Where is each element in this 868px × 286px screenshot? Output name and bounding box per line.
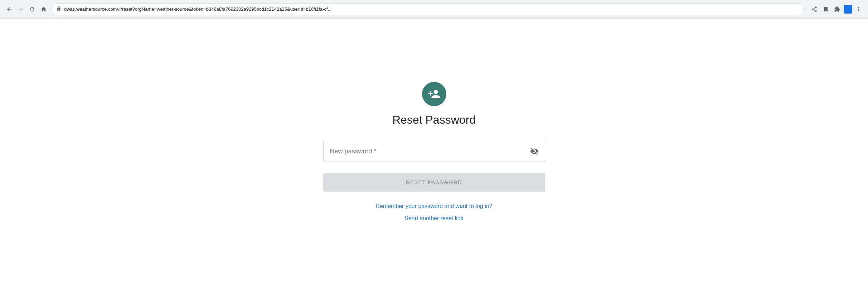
- page-content: Reset Password RESET PASSWORD Remember y…: [0, 19, 868, 286]
- extensions-button[interactable]: [832, 4, 842, 14]
- nav-buttons: [4, 4, 49, 14]
- reset-password-button[interactable]: RESET PASSWORD: [323, 173, 545, 192]
- toolbar-icons: [809, 4, 864, 14]
- link-group: Remember your password and want to log i…: [374, 202, 494, 223]
- password-input-wrapper: [323, 141, 545, 162]
- menu-button[interactable]: [854, 4, 864, 14]
- toggle-password-button[interactable]: [529, 146, 540, 157]
- forward-button[interactable]: [16, 4, 26, 14]
- lock-icon: [56, 6, 61, 12]
- person-add-icon: [428, 88, 441, 100]
- home-button[interactable]: [39, 4, 49, 14]
- url-input[interactable]: [64, 6, 799, 12]
- visibility-off-icon: [530, 147, 539, 156]
- page-title: Reset Password: [392, 113, 476, 127]
- new-password-input[interactable]: [323, 141, 545, 162]
- password-form-group: [323, 141, 545, 162]
- profile-button[interactable]: [844, 5, 852, 14]
- bookmark-button[interactable]: [821, 4, 831, 14]
- share-button[interactable]: [809, 4, 819, 14]
- remember-password-link[interactable]: Remember your password and want to log i…: [374, 202, 494, 211]
- back-button[interactable]: [4, 4, 14, 14]
- address-bar-container[interactable]: [52, 3, 804, 15]
- avatar-icon: [422, 82, 446, 106]
- browser-chrome: [0, 0, 868, 19]
- reset-container: Reset Password RESET PASSWORD Remember y…: [323, 82, 545, 223]
- send-reset-link-button[interactable]: Send another reset link: [403, 214, 465, 223]
- reload-button[interactable]: [27, 4, 37, 14]
